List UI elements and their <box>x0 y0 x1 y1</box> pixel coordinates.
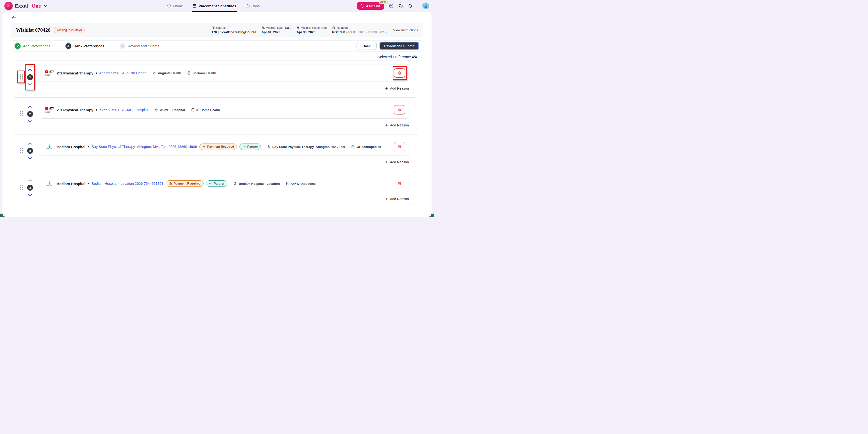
location-group: Bedlam Hospital - Location <box>233 181 280 186</box>
add-reason-button[interactable]: Add Reason <box>385 160 409 164</box>
partner-badge: Partner <box>240 143 261 150</box>
ask-leo-button[interactable]: Ask Leo BETA <box>357 2 384 10</box>
course-icon <box>212 26 215 30</box>
add-reason-button[interactable]: Add Reason <box>385 197 409 201</box>
delete-preference-button[interactable] <box>394 105 405 114</box>
slot-link[interactable]: 5765287901 - ACMH - Hospital <box>99 108 149 112</box>
calendar-icon <box>192 4 197 8</box>
slot-link[interactable]: Bay State Physical Therapy- Abington, MA… <box>92 145 197 149</box>
location-pin-icon <box>267 145 271 149</box>
move-down-button[interactable] <box>27 83 33 86</box>
bedlam-logo: BEDLAM <box>44 181 54 187</box>
move-down-button[interactable] <box>27 193 33 197</box>
step-complete-check-icon <box>15 43 21 49</box>
nav-placement-schedules[interactable]: Placement Schedules <box>192 0 237 12</box>
preference-card-4: 4 BEDLAM Bedlam Hospital Bedlam Hospital… <box>13 171 417 204</box>
rotation-range: (Apr 01, 2026 -Apr 30, 2026) <box>346 30 387 34</box>
step-rank-preferences[interactable]: 2 Rank Preferences <box>65 43 104 49</box>
calendar-clock-icon <box>261 26 265 30</box>
preference-card-3: 3 BEDLAM Bedlam Hospital Bay State Physi… <box>13 134 417 167</box>
rank-number: 4 <box>27 185 33 191</box>
move-up-button[interactable] <box>27 179 33 182</box>
separator-dot <box>88 183 89 184</box>
lock-icon <box>169 182 172 185</box>
ati-logo: ATI PHYSICAL THERAPY <box>44 107 54 113</box>
add-reason-button[interactable]: Add Reason <box>385 87 409 90</box>
nav-home[interactable]: Home <box>166 0 184 12</box>
rank-number: 3 <box>27 148 33 154</box>
nav-jobs[interactable]: Jobs <box>245 0 260 12</box>
handshake-icon <box>209 182 212 185</box>
step-review-submit[interactable]: 3 Review and Submit <box>120 43 159 49</box>
preference-detail: BEDLAM Bedlam Hospital Bay State Physica… <box>40 138 409 156</box>
book-icon <box>187 71 191 75</box>
separator-dot <box>96 72 97 74</box>
person-icon <box>424 4 428 8</box>
location-group: Bay State Physical Therapy- Abington, MA… <box>267 145 345 149</box>
back-button[interactable]: Back <box>356 42 377 50</box>
chevron-up-icon <box>27 142 33 145</box>
drag-handle[interactable] <box>19 74 24 80</box>
chevron-down-icon <box>27 193 33 197</box>
feedback-button[interactable] <box>398 3 403 8</box>
chevron-up-icon <box>27 68 33 71</box>
drag-handle[interactable] <box>19 111 24 117</box>
brand-menu[interactable]: ExxatOne <box>4 2 47 10</box>
wishlist-meta: Course 170 | ExxatOneTestingCourse Wishl… <box>207 25 387 35</box>
home-icon <box>167 4 171 8</box>
beta-badge: BETA <box>379 0 388 4</box>
move-up-button[interactable] <box>27 68 33 71</box>
move-up-button[interactable] <box>27 142 33 145</box>
drag-handle[interactable] <box>19 148 24 154</box>
plus-icon <box>385 160 388 164</box>
meta-open-date: Wishlist Open Date Apr 01, 2026 <box>261 26 291 34</box>
move-down-button[interactable] <box>27 157 33 160</box>
notifications-button[interactable] <box>408 3 413 8</box>
plus-icon <box>385 124 388 127</box>
bedlam-logo: BEDLAM <box>44 144 54 149</box>
add-reason-button[interactable]: Add Reason <box>385 123 409 127</box>
drag-handle[interactable] <box>19 185 24 191</box>
review-and-submit-button[interactable]: Review and Submit <box>379 42 419 50</box>
location-group: Augusta Health <box>152 71 181 75</box>
help-button[interactable] <box>389 3 394 8</box>
partner-badge: Partner <box>206 180 227 187</box>
location-pin-icon <box>152 71 156 75</box>
course-value: 170 | ExxatOneTestingCourse <box>212 30 256 34</box>
topbar: ExxatOne Home Placement Schedules Jobs A… <box>0 0 434 12</box>
specialty-group: OP-Orthopedics <box>286 181 316 186</box>
chevron-up-icon <box>27 179 33 182</box>
move-up-button[interactable] <box>27 105 33 108</box>
delete-preference-button[interactable] <box>394 179 405 188</box>
move-down-button[interactable] <box>27 120 33 123</box>
lock-icon <box>202 145 206 148</box>
organization-name: ZTI Physical Therapy <box>57 71 93 75</box>
view-instructions-button[interactable]: View Instructions <box>388 25 418 35</box>
preference-detail: ATI PHYSICAL THERAPY ZTI Physical Therap… <box>40 101 409 119</box>
separator-dot <box>88 146 89 147</box>
stepper: Add Preferences 2 Rank Preferences 3 Rev… <box>11 40 423 52</box>
arrow-left-icon <box>11 15 17 20</box>
delete-preference-button[interactable] <box>394 68 405 78</box>
help-icon <box>389 3 394 8</box>
brand-name-secondary: One <box>32 3 40 9</box>
location-pin-icon <box>154 108 158 112</box>
divider <box>417 3 417 8</box>
chevron-down-icon <box>27 120 33 123</box>
trash-icon <box>397 181 402 186</box>
slot-link[interactable]: 4656509698 - Augusta Health <box>99 71 146 75</box>
rank-number: 2 <box>27 111 33 117</box>
organization-name: Bedlam Hospital <box>57 181 86 186</box>
step-add-preferences[interactable]: Add Preferences <box>15 43 50 49</box>
trash-icon <box>397 108 402 112</box>
rank-number: 1 <box>27 74 33 80</box>
brand-name-primary: Exxat <box>15 3 28 9</box>
rotation-value: ROT test (Apr 01, 2026 -Apr 30, 2026) <box>332 30 386 34</box>
trash-icon <box>397 71 402 75</box>
chevron-down-icon <box>27 157 33 160</box>
user-avatar[interactable] <box>422 2 430 10</box>
payment-required-badge: Payment Required <box>166 180 204 187</box>
delete-preference-button[interactable] <box>394 142 405 151</box>
slot-link[interactable]: Bedlam Hospital - Location 2026 75449617… <box>92 181 163 186</box>
back-arrow-button[interactable] <box>11 14 17 21</box>
